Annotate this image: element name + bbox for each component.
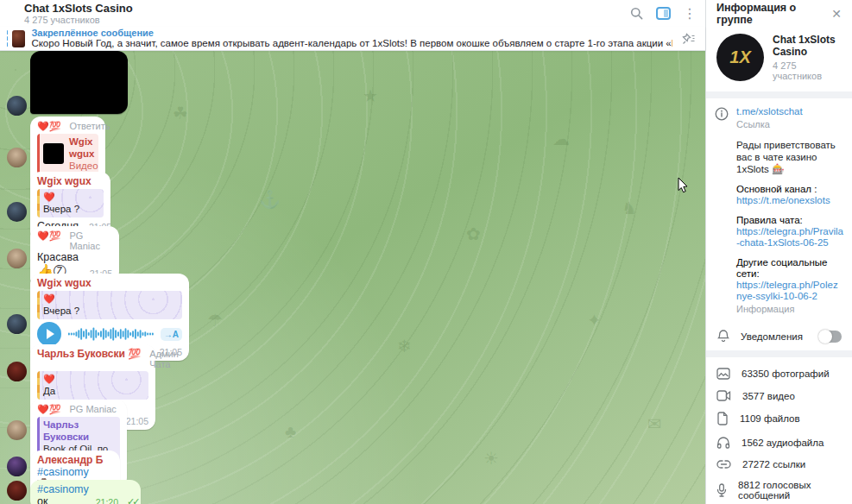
admin-badge: PG Maniac: [69, 230, 112, 251]
chat-header-text: Chat 1xSlots Casino 4 275 участников: [24, 3, 133, 25]
outgoing-message-bubble[interactable]: #casinomy ок 21:20 ✓✓: [30, 480, 141, 504]
section-divider: [706, 350, 852, 357]
quote-sender: Чарльз Буковски: [43, 419, 115, 443]
group-info-panel: Информация о группе ✕ 1X Chat 1xSlots Ca…: [705, 0, 852, 504]
stat-label: 27272 ссылки: [742, 459, 805, 469]
bell-icon: [716, 329, 730, 343]
read-checks-icon: ✓✓: [127, 496, 140, 504]
avatar[interactable]: [7, 481, 27, 501]
admin-badge: Ответить: [69, 121, 110, 131]
admin-badge: Админ Чата: [149, 349, 179, 369]
video-message[interactable]: [30, 51, 128, 114]
close-icon[interactable]: ✕: [831, 7, 842, 21]
notifications-toggle[interactable]: [819, 331, 842, 343]
reply-quote[interactable]: ❤️ Вчера ?: [37, 189, 104, 217]
file-icon: [716, 412, 729, 425]
avatar[interactable]: [7, 202, 27, 222]
headphones-icon: [716, 436, 730, 449]
chat-background: ☘★☁ ⚓✿♞ ☂❄✦ ♣☀✉ ♬☕❀ ❤️💯 Ответи: [0, 51, 705, 504]
link-icon: [716, 460, 731, 469]
pinned-texts: Закреплённое сообщение Скоро Новый Год, …: [31, 28, 672, 49]
quote-text: Да: [43, 385, 143, 397]
group-avatar[interactable]: 1X: [716, 34, 764, 81]
sender-name[interactable]: Чарльз Буковски 💯: [37, 348, 141, 360]
channel-label: Основной канал :: [736, 184, 843, 195]
avatar[interactable]: [7, 457, 27, 476]
link-label: Ссылка: [736, 119, 843, 130]
social-link[interactable]: https://telegra.ph/Poleznye-ssylki-10-06…: [736, 280, 843, 302]
avatar[interactable]: [7, 420, 27, 440]
quote-thumbnail: [43, 143, 64, 164]
stat-label: 8812 голосовых сообщений: [738, 480, 842, 501]
group-link[interactable]: t.me/xslotschat: [736, 106, 843, 117]
telegram-window: Chat 1xSlots Casino 4 275 участников ⋮ З…: [0, 0, 852, 504]
pinned-list-icon[interactable]: [681, 32, 695, 46]
rules-link[interactable]: https://telegra.ph/Pravila-chata-1xSlots…: [736, 226, 843, 249]
sender-name[interactable]: Wgix wgux: [37, 175, 104, 187]
toggle-sidebar-icon[interactable]: [656, 7, 671, 20]
shared-audio-row[interactable]: 1562 аудиофайла: [706, 431, 852, 454]
mouse-cursor: [678, 177, 689, 193]
group-name: Chat 1xSlots Casino: [773, 34, 842, 58]
info-icon: [715, 107, 729, 315]
transcribe-button[interactable]: →A: [161, 328, 182, 341]
hashtag-link[interactable]: #casinomy: [37, 483, 89, 495]
pinned-text: Скоро Новый Год, а значит, самое время о…: [31, 38, 672, 49]
chat-column: Chat 1xSlots Casino 4 275 участников ⋮ З…: [0, 0, 705, 504]
sender-name[interactable]: ❤️💯: [37, 120, 60, 132]
message-time: 21:20: [96, 497, 118, 504]
chat-title: Chat 1xSlots Casino: [24, 3, 133, 15]
hashtag-link[interactable]: #casinomy: [37, 466, 89, 478]
rules-label: Правила чата:: [736, 215, 843, 226]
chat-members-count: 4 275 участников: [24, 15, 133, 25]
notifications-row[interactable]: Уведомления: [706, 322, 852, 350]
shared-photos-row[interactable]: 63350 фотографий: [706, 362, 852, 385]
reply-quote[interactable]: Wgix wgux Видео: [37, 134, 98, 174]
quote-text: Вчера ?: [43, 305, 177, 317]
search-icon[interactable]: [628, 6, 644, 22]
avatar[interactable]: [7, 148, 27, 167]
shared-files-row[interactable]: 1109 файлов: [706, 406, 852, 431]
sender-name[interactable]: Wgix wgux: [37, 277, 182, 289]
info-label: Информация: [736, 304, 843, 315]
video-icon: [716, 390, 731, 401]
pinned-message-bar[interactable]: Закреплённое сообщение Скоро Новый Год, …: [0, 27, 705, 51]
voice-waveform: [67, 326, 155, 342]
avatar[interactable]: [7, 96, 27, 116]
section-divider: [706, 91, 852, 98]
sender-name[interactable]: ❤️💯: [37, 403, 60, 415]
shared-videos-row[interactable]: 3577 видео: [706, 385, 852, 406]
pinned-thumbnail: [12, 30, 25, 47]
panel-title: Информация о группе: [716, 2, 831, 26]
avatar[interactable]: [7, 249, 27, 268]
reply-quote[interactable]: ❤️ Да: [37, 371, 148, 400]
message-text: Красава: [37, 251, 112, 263]
reply-quote[interactable]: ❤️ Вчера ?: [37, 291, 182, 319]
quote-text: Вчера ?: [43, 203, 98, 215]
chat-header[interactable]: Chat 1xSlots Casino 4 275 участников ⋮: [0, 0, 705, 27]
group-profile[interactable]: 1X Chat 1xSlots Casino 4 275 участников: [706, 27, 852, 91]
kebab-menu-icon[interactable]: ⋮: [683, 7, 697, 21]
play-button[interactable]: [37, 322, 61, 346]
shared-links-row[interactable]: 27272 ссылки: [706, 454, 852, 475]
quote-sender: ❤️: [43, 373, 143, 385]
group-members-count: 4 275 участников: [773, 60, 842, 81]
admin-badge: PG Maniac: [69, 404, 116, 414]
stat-label: 1562 аудиофайла: [742, 438, 824, 448]
photo-icon: [716, 368, 730, 380]
avatar[interactable]: [7, 314, 27, 334]
group-about: Рады приветствовать вас в чате казино 1x…: [736, 139, 843, 175]
quote-sender: Wgix wgux: [69, 135, 98, 160]
avatar[interactable]: [7, 362, 27, 381]
microphone-icon: [716, 483, 727, 497]
quote-sender: ❤️: [43, 293, 177, 305]
sender-name[interactable]: ❤️💯: [37, 230, 60, 242]
channel-link[interactable]: https://t.me/onexslots: [736, 195, 843, 206]
sender-name[interactable]: Александр Б: [37, 454, 113, 466]
stat-label: 63350 фотографий: [742, 369, 830, 379]
pinned-label: Закреплённое сообщение: [31, 28, 672, 38]
quote-sender: ❤️: [43, 191, 98, 203]
shared-voice-row[interactable]: 8812 голосовых сообщений: [706, 475, 852, 504]
pinned-indicator: [7, 30, 8, 47]
quote-text: Видео: [69, 160, 98, 172]
